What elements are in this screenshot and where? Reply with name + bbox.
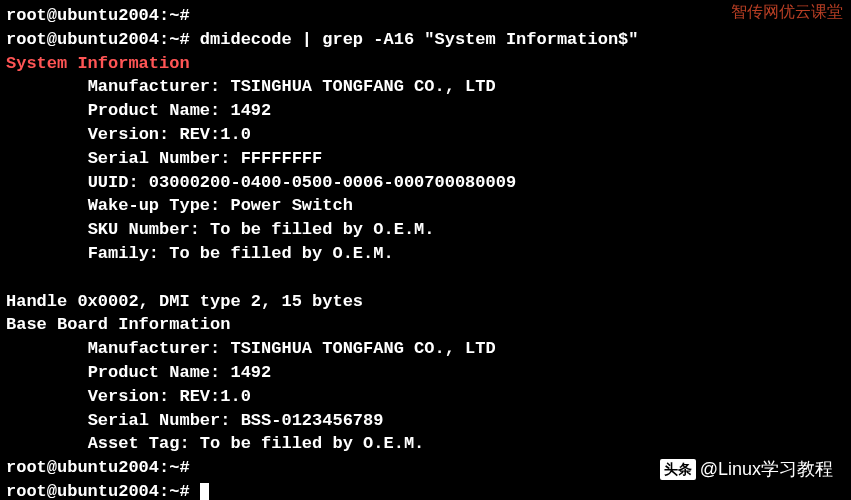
watermark-bottom-prefix: 头条 (660, 459, 696, 481)
baseboard-serial: Serial Number: BSS-0123456789 (6, 409, 845, 433)
sysinfo-heading: System Information (6, 54, 190, 73)
shell-prompt: root@ubuntu2004:~# (6, 30, 190, 49)
prompt-line-2[interactable]: root@ubuntu2004:~# dmidecode | grep -A16… (6, 28, 845, 52)
sysinfo-manufacturer: Manufacturer: TSINGHUA TONGFANG CO., LTD (6, 75, 845, 99)
command-text: dmidecode | grep -A16 "System Informatio… (200, 30, 639, 49)
shell-prompt: root@ubuntu2004:~# (6, 458, 190, 477)
watermark-bottom-account: @Linux学习教程 (700, 457, 833, 482)
shell-prompt: root@ubuntu2004:~# (6, 6, 190, 25)
baseboard-asset: Asset Tag: To be filled by O.E.M. (6, 432, 845, 456)
sysinfo-uuid: UUID: 03000200-0400-0500-0006-0007000800… (6, 171, 845, 195)
sysinfo-wakeup: Wake-up Type: Power Switch (6, 194, 845, 218)
sysinfo-version: Version: REV:1.0 (6, 123, 845, 147)
baseboard-heading: Base Board Information (6, 313, 845, 337)
blank-line (6, 266, 845, 290)
watermark-bottom: 头条 @Linux学习教程 (660, 457, 833, 482)
prompt-line-4[interactable]: root@ubuntu2004:~# (6, 480, 845, 500)
baseboard-manufacturer: Manufacturer: TSINGHUA TONGFANG CO., LTD (6, 337, 845, 361)
sysinfo-family: Family: To be filled by O.E.M. (6, 242, 845, 266)
sysinfo-product: Product Name: 1492 (6, 99, 845, 123)
sysinfo-serial: Serial Number: FFFFFFFF (6, 147, 845, 171)
baseboard-product: Product Name: 1492 (6, 361, 845, 385)
prompt-line-1[interactable]: root@ubuntu2004:~# (6, 4, 845, 28)
watermark-top: 智传网优云课堂 (731, 2, 843, 24)
sysinfo-sku: SKU Number: To be filled by O.E.M. (6, 218, 845, 242)
cursor-icon (200, 483, 209, 500)
baseboard-version: Version: REV:1.0 (6, 385, 845, 409)
handle-line: Handle 0x0002, DMI type 2, 15 bytes (6, 290, 845, 314)
shell-prompt: root@ubuntu2004:~# (6, 482, 190, 500)
